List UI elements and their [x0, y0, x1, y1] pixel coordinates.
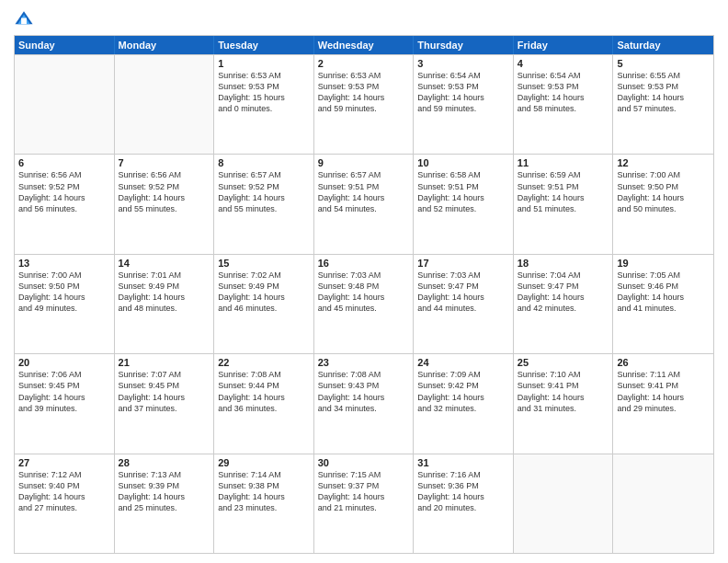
cell-info-line: Sunset: 9:44 PM — [218, 380, 310, 391]
day-number: 28 — [119, 457, 210, 468]
calendar-cell: 29Sunrise: 7:14 AMSunset: 9:38 PMDayligh… — [214, 454, 314, 553]
calendar-cell: 12Sunrise: 7:00 AMSunset: 9:50 PMDayligh… — [613, 155, 713, 253]
day-number: 6 — [18, 157, 110, 168]
cell-info-line: and 48 minutes. — [119, 303, 210, 314]
header-day-wednesday: Wednesday — [314, 36, 415, 54]
day-number: 15 — [218, 258, 310, 269]
cell-info-line: Sunset: 9:51 PM — [518, 181, 609, 192]
day-number: 13 — [18, 258, 110, 269]
day-number: 14 — [119, 258, 210, 269]
calendar-body: 1Sunrise: 6:53 AMSunset: 9:53 PMDaylight… — [15, 54, 713, 553]
cell-info-line: and 44 minutes. — [417, 303, 509, 314]
cell-info-line: and 23 minutes. — [218, 502, 310, 513]
cell-info-line: Sunrise: 7:01 AM — [119, 270, 210, 281]
day-number: 8 — [218, 157, 310, 168]
cell-info-line: Daylight: 14 hours — [318, 92, 410, 103]
day-number: 9 — [318, 157, 410, 168]
cell-info-line: Daylight: 14 hours — [518, 292, 609, 303]
calendar-cell: 20Sunrise: 7:06 AMSunset: 9:45 PMDayligh… — [15, 354, 115, 453]
calendar-cell: 16Sunrise: 7:03 AMSunset: 9:48 PMDayligh… — [314, 255, 415, 353]
cell-info-line: Daylight: 14 hours — [18, 392, 110, 403]
cell-info-line: Sunrise: 7:12 AM — [18, 469, 110, 480]
header-day-thursday: Thursday — [414, 36, 514, 54]
cell-info-line: Sunset: 9:37 PM — [318, 480, 410, 491]
cell-info-line: Sunrise: 7:15 AM — [318, 469, 410, 480]
calendar-cell — [115, 55, 215, 154]
cell-info-line: Sunset: 9:45 PM — [18, 380, 110, 391]
calendar-cell: 9Sunrise: 6:57 AMSunset: 9:51 PMDaylight… — [314, 155, 415, 253]
cell-info-line: Sunrise: 7:09 AM — [417, 369, 509, 380]
cell-info-line: Daylight: 14 hours — [417, 491, 509, 502]
day-number: 17 — [417, 258, 509, 269]
day-number: 31 — [417, 457, 509, 468]
cell-info-line: Sunset: 9:49 PM — [119, 281, 210, 292]
cell-info-line: Daylight: 14 hours — [518, 392, 609, 403]
calendar-cell: 3Sunrise: 6:54 AMSunset: 9:53 PMDaylight… — [414, 55, 514, 154]
cell-info-line: Sunrise: 6:58 AM — [417, 169, 509, 180]
cell-info-line: Sunset: 9:53 PM — [417, 81, 509, 92]
cell-info-line: and 36 minutes. — [218, 403, 310, 414]
calendar-row-3: 20Sunrise: 7:06 AMSunset: 9:45 PMDayligh… — [15, 353, 713, 453]
cell-info-line: Daylight: 14 hours — [617, 292, 710, 303]
cell-info-line: Daylight: 14 hours — [18, 491, 110, 502]
cell-info-line: Sunrise: 6:59 AM — [518, 169, 609, 180]
day-number: 29 — [218, 457, 310, 468]
day-number: 18 — [518, 258, 609, 269]
calendar-cell: 4Sunrise: 6:54 AMSunset: 9:53 PMDaylight… — [514, 55, 614, 154]
cell-info-line: Daylight: 14 hours — [18, 192, 110, 203]
cell-info-line: Sunset: 9:52 PM — [18, 181, 110, 192]
calendar-cell: 1Sunrise: 6:53 AMSunset: 9:53 PMDaylight… — [214, 55, 314, 154]
day-number: 20 — [18, 357, 110, 368]
cell-info-line: and 20 minutes. — [417, 502, 509, 513]
calendar-row-0: 1Sunrise: 6:53 AMSunset: 9:53 PMDaylight… — [15, 54, 713, 154]
cell-info-line: Sunrise: 6:53 AM — [218, 70, 310, 81]
cell-info-line: and 45 minutes. — [318, 303, 410, 314]
cell-info-line: Daylight: 14 hours — [218, 392, 310, 403]
header-day-monday: Monday — [115, 36, 215, 54]
day-number: 16 — [318, 258, 410, 269]
cell-info-line: and 46 minutes. — [218, 303, 310, 314]
cell-info-line: Sunset: 9:42 PM — [417, 380, 509, 391]
header-day-sunday: Sunday — [15, 36, 115, 54]
calendar-cell: 6Sunrise: 6:56 AMSunset: 9:52 PMDaylight… — [15, 155, 115, 253]
calendar-cell: 26Sunrise: 7:11 AMSunset: 9:41 PMDayligh… — [613, 354, 713, 453]
cell-info-line: and 27 minutes. — [18, 502, 110, 513]
cell-info-line: and 31 minutes. — [518, 403, 609, 414]
logo-icon — [14, 9, 34, 29]
logo — [14, 9, 38, 29]
cell-info-line: Daylight: 14 hours — [218, 292, 310, 303]
cell-info-line: Sunrise: 6:57 AM — [318, 169, 410, 180]
cell-info-line: Sunset: 9:50 PM — [18, 281, 110, 292]
cell-info-line: Daylight: 14 hours — [119, 392, 210, 403]
cell-info-line: Sunrise: 7:06 AM — [18, 369, 110, 380]
cell-info-line: and 34 minutes. — [318, 403, 410, 414]
cell-info-line: Daylight: 14 hours — [119, 292, 210, 303]
cell-info-line: Sunset: 9:53 PM — [318, 81, 410, 92]
cell-info-line: Sunrise: 7:04 AM — [518, 270, 609, 281]
calendar-cell: 2Sunrise: 6:53 AMSunset: 9:53 PMDaylight… — [314, 55, 415, 154]
cell-info-line: Sunset: 9:52 PM — [119, 181, 210, 192]
calendar-cell: 30Sunrise: 7:15 AMSunset: 9:37 PMDayligh… — [314, 454, 415, 553]
cell-info-line: Sunrise: 6:56 AM — [119, 169, 210, 180]
cell-info-line: Sunrise: 7:03 AM — [417, 270, 509, 281]
cell-info-line: and 21 minutes. — [318, 502, 410, 513]
cell-info-line: and 37 minutes. — [119, 403, 210, 414]
cell-info-line: and 25 minutes. — [119, 502, 210, 513]
cell-info-line: and 55 minutes. — [218, 203, 310, 214]
cell-info-line: Sunset: 9:39 PM — [119, 480, 210, 491]
cell-info-line: Sunrise: 7:08 AM — [318, 369, 410, 380]
day-number: 12 — [617, 157, 710, 168]
cell-info-line: Sunset: 9:36 PM — [417, 480, 509, 491]
cell-info-line: and 51 minutes. — [518, 203, 609, 214]
cell-info-line: Sunset: 9:52 PM — [218, 181, 310, 192]
calendar-row-2: 13Sunrise: 7:00 AMSunset: 9:50 PMDayligh… — [15, 254, 713, 353]
calendar-cell — [514, 454, 614, 553]
calendar: SundayMondayTuesdayWednesdayThursdayFrid… — [14, 35, 714, 554]
cell-info-line: Daylight: 14 hours — [617, 392, 710, 403]
cell-info-line: Daylight: 14 hours — [417, 292, 509, 303]
cell-info-line: Daylight: 14 hours — [417, 392, 509, 403]
calendar-cell — [613, 454, 713, 553]
day-number: 30 — [318, 457, 410, 468]
calendar-cell: 13Sunrise: 7:00 AMSunset: 9:50 PMDayligh… — [15, 255, 115, 353]
calendar-cell: 25Sunrise: 7:10 AMSunset: 9:41 PMDayligh… — [514, 354, 614, 453]
